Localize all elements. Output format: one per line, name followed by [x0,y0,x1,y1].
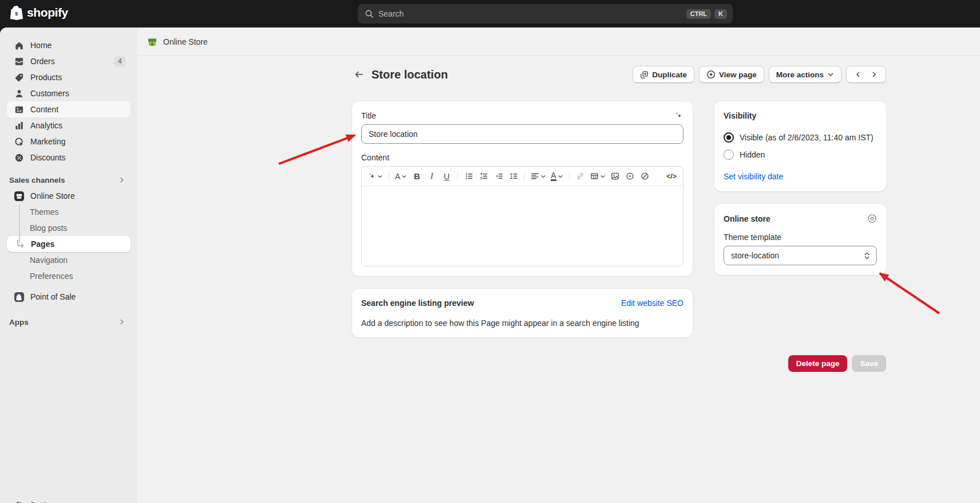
insert-video-button[interactable] [623,169,637,184]
italic-button[interactable]: I [425,169,438,184]
nav-tree-connector [19,205,20,242]
bold-glyph: B [414,171,420,181]
sidebar-item-customers[interactable]: Customers [7,85,131,101]
chevron-down-icon [401,174,407,179]
table-icon [590,172,599,180]
content-label: Content [361,153,683,162]
sidebar-item-preferences[interactable]: Preferences [7,268,131,284]
sidebar-item-label: Settings [30,501,59,503]
global-search[interactable]: CTRL K [358,4,733,23]
clear-formatting-button[interactable] [638,169,652,184]
sidebar-item-analytics[interactable]: Analytics [7,117,131,133]
sidebar-item-label: Pages [31,239,54,249]
sidebar-item-discounts[interactable]: Discounts [7,150,131,166]
sidebar-item-label: Navigation [30,256,68,265]
hidden-option-label: Hidden [740,150,765,159]
visibility-option-visible[interactable]: Visible (as of 2/6/2023, 11:40 am IST) [724,132,877,143]
duplicate-label: Duplicate [652,70,687,79]
sidebar-item-label: Analytics [30,121,62,130]
svg-text:s: s [15,10,18,17]
numbered-list-button[interactable] [477,169,491,184]
apps-header[interactable]: Apps [7,314,131,330]
delete-page-button[interactable]: Delete page [788,355,848,372]
title-label: Title [361,111,376,120]
page-footer-actions: Delete page Save [352,355,886,372]
prev-page-button[interactable] [850,71,866,78]
toolbar-divider [389,171,389,182]
sales-channels-header[interactable]: Sales channels [7,172,131,188]
underline-button[interactable]: U [440,169,453,184]
sidebar-item-navigation[interactable]: Navigation [7,252,131,268]
back-button[interactable] [350,65,368,84]
sidebar-item-products[interactable]: Products [7,69,131,85]
radio-unselected-icon[interactable] [724,150,734,160]
sidebar-item-content[interactable]: Content [7,101,131,117]
toolbar-divider [569,171,570,182]
bullet-list-button[interactable] [462,169,476,184]
sidebar-item-marketing[interactable]: Marketing [7,133,131,150]
sidebar-item-blog-posts[interactable]: Blog posts [7,220,131,236]
content-editor-area[interactable] [362,186,683,266]
breadcrumb-label[interactable]: Online Store [163,37,208,46]
chevron-down-icon [558,174,563,179]
title-input[interactable] [361,124,683,144]
ai-sparkle-button[interactable] [366,169,385,184]
outdent-icon [495,172,503,180]
code-icon: </> [666,172,677,180]
italic-glyph: I [430,171,433,181]
save-button[interactable]: Save [852,355,886,372]
header-actions: Duplicate View page More actions [633,66,886,83]
discounts-icon [14,152,25,163]
insert-table-button[interactable] [588,169,607,184]
editor-toolbar: A B I U [362,167,683,186]
text-style-button[interactable]: A [393,169,409,184]
outdent-button[interactable] [492,169,505,184]
online-store-channel-icon [14,191,25,202]
duplicate-button[interactable]: Duplicate [633,66,694,83]
theme-template-label: Theme template [724,233,877,242]
insert-image-button[interactable] [608,169,622,184]
orders-icon [14,56,25,67]
view-page-button[interactable]: View page [699,66,764,83]
sidebar-item-label: Home [30,41,52,50]
breadcrumb: Online Store [137,27,980,56]
sparkle-icon[interactable] [674,111,683,120]
indent-button[interactable] [507,169,520,184]
more-actions-button[interactable]: More actions [769,66,841,83]
sidebar-item-themes[interactable]: Themes [7,204,131,220]
chevron-down-icon [377,174,383,179]
edit-website-seo-link[interactable]: Edit website SEO [621,298,683,308]
visibility-heading: Visibility [724,111,877,120]
duplicate-icon [640,70,649,79]
set-visibility-date-link[interactable]: Set visibility date [724,172,783,181]
sidebar-item-point-of-sale[interactable]: Point of Sale [7,289,131,305]
sidebar-item-settings[interactable]: Settings [7,497,131,503]
eye-icon[interactable] [867,214,877,223]
chevron-right-icon [118,318,126,326]
content-icon [14,104,25,115]
bold-button[interactable]: B [410,169,424,184]
sparkle-icon [368,172,376,180]
online-store-card: Online store Theme template store-locati… [714,204,886,275]
visibility-option-hidden[interactable]: Hidden [724,150,877,160]
sidebar-item-orders[interactable]: Orders 4 [7,53,131,69]
alignment-button[interactable] [529,169,548,184]
sidebar-item-label: Blog posts [30,223,67,233]
page-title: Store location [372,68,448,81]
code-view-button[interactable]: </> [665,169,678,184]
shopify-logo[interactable]: s shopify [9,5,68,21]
sidebar-item-online-store[interactable]: Online Store [7,188,131,204]
insert-link-button[interactable] [574,169,587,184]
next-page-button[interactable] [866,71,882,78]
theme-template-select[interactable]: store-location [724,246,877,265]
radio-selected-icon[interactable] [724,132,734,143]
bullet-list-icon [465,172,473,180]
analytics-icon [14,120,25,131]
eye-icon [706,70,716,79]
text-color-button[interactable]: A [549,169,564,184]
page-header: Store location Duplicate [352,64,886,85]
home-icon [14,40,25,51]
search-input[interactable] [378,9,683,18]
sidebar-item-home[interactable]: Home [7,37,131,53]
sidebar-item-pages[interactable]: Pages [7,236,131,252]
